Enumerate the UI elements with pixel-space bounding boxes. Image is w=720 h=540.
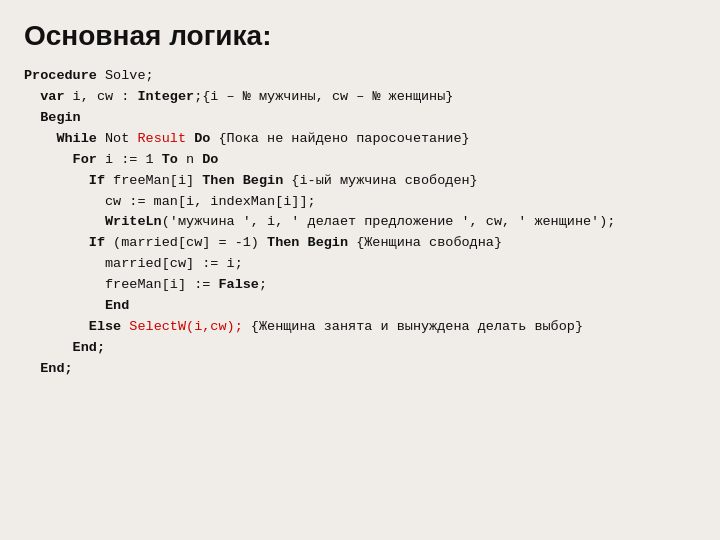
- slide-title: Основная логика:: [24, 20, 696, 52]
- code-line: End;: [24, 359, 696, 380]
- slide: Основная логика: Procedure Solve; var i,…: [0, 0, 720, 540]
- code-line: Procedure Solve;: [24, 66, 696, 87]
- code-block: Procedure Solve; var i, cw : Integer;{i …: [24, 66, 696, 380]
- code-line: If freeMan[i] Then Begin {i-ый мужчина с…: [24, 171, 696, 192]
- code-line: End: [24, 296, 696, 317]
- code-line: married[cw] := i;: [24, 254, 696, 275]
- code-line: End;: [24, 338, 696, 359]
- code-line: Begin: [24, 108, 696, 129]
- code-line: freeMan[i] := False;: [24, 275, 696, 296]
- code-line: WriteLn('мужчина ', i, ' делает предложе…: [24, 212, 696, 233]
- code-line: cw := man[i, indexMan[i]];: [24, 192, 696, 213]
- code-line: var i, cw : Integer;{i – № мужчины, cw –…: [24, 87, 696, 108]
- code-line: For i := 1 To n Do: [24, 150, 696, 171]
- code-line: Else SelectW(i,cw); {Женщина занята и вы…: [24, 317, 696, 338]
- code-line: While Not Result Do {Пока не найдено пар…: [24, 129, 696, 150]
- code-line: If (married[cw] = -1) Then Begin {Женщин…: [24, 233, 696, 254]
